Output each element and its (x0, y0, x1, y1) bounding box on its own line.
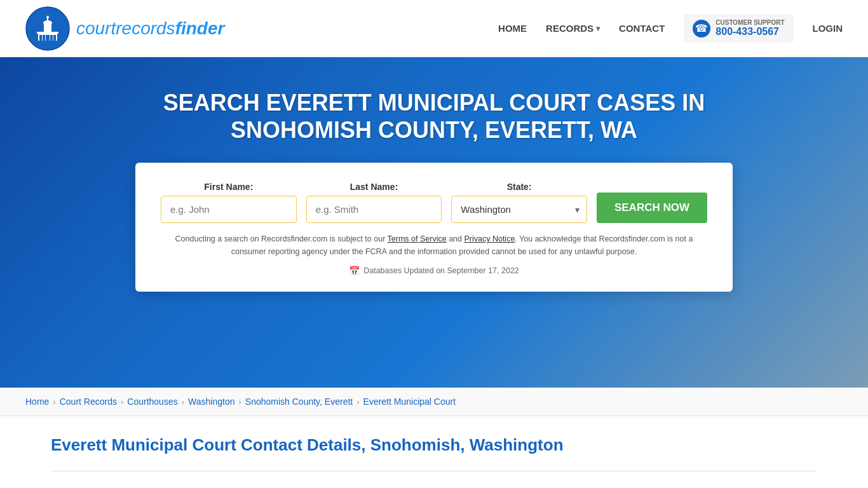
breadcrumb-courthouses[interactable]: Courthouses (127, 396, 177, 407)
state-group: State: AlabamaAlaskaArizonaArkansasCalif… (451, 182, 587, 223)
first-name-group: First Name: (161, 182, 297, 223)
breadcrumb-sep-5: › (356, 397, 359, 407)
support-phone-icon: ☎ (693, 20, 710, 37)
records-chevron-icon: ▾ (596, 24, 600, 33)
state-select-wrapper: AlabamaAlaskaArizonaArkansasCaliforniaCo… (451, 196, 587, 223)
support-number: 800-433-0567 (715, 26, 784, 37)
svg-rect-9 (46, 35, 50, 41)
breadcrumb-sep-4: › (238, 397, 241, 407)
page-heading: Everett Municipal Court Contact Details,… (51, 435, 817, 455)
svg-rect-3 (44, 24, 51, 33)
calendar-icon: 📅 (349, 266, 360, 276)
logo-text: courtrecordsfinder (76, 18, 224, 39)
state-label: State: (451, 182, 587, 192)
svg-rect-7 (39, 35, 42, 41)
breadcrumb-sep-1: › (53, 397, 55, 407)
breadcrumb-current: Everett Municipal Court (363, 396, 456, 407)
detail-section: Court Name: Everett Municipal Court Stat… (51, 471, 817, 488)
court-name-row: Court Name: Everett Municipal Court (51, 483, 817, 488)
last-name-input[interactable] (306, 196, 442, 223)
breadcrumb-court-records[interactable]: Court Records (60, 396, 117, 407)
svg-rect-11 (53, 35, 56, 41)
nav-records[interactable]: RECORDS ▾ (546, 23, 600, 34)
hero-section: SEARCH EVERETT MUNICIPAL COURT CASES IN … (0, 57, 868, 388)
last-name-label: Last Name: (306, 182, 442, 192)
nav-contact[interactable]: CONTACT (619, 23, 665, 34)
hero-title: SEARCH EVERETT MUNICIPAL COURT CASES IN … (148, 89, 720, 144)
main-nav: HOME RECORDS ▾ CONTACT ☎ CUSTOMER SUPPOR… (498, 14, 843, 43)
svg-rect-8 (43, 35, 45, 41)
svg-point-6 (46, 16, 49, 18)
terms-link[interactable]: Terms of Service (388, 234, 447, 243)
breadcrumb-washington[interactable]: Washington (188, 396, 234, 407)
search-button[interactable]: SEARCH NOW (597, 193, 707, 223)
logo-icon (25, 6, 70, 51)
db-updated: 📅 Databases Updated on September 17, 202… (161, 266, 707, 276)
breadcrumb: Home › Court Records › Courthouses › Was… (0, 388, 868, 416)
breadcrumb-sep-2: › (121, 397, 123, 407)
site-header: courtrecordsfinder HOME RECORDS ▾ CONTAC… (0, 0, 868, 57)
first-name-input[interactable] (161, 196, 297, 223)
last-name-group: Last Name: (306, 182, 442, 223)
search-fields: First Name: Last Name: State: AlabamaAla… (161, 182, 707, 223)
search-card: First Name: Last Name: State: AlabamaAla… (135, 163, 733, 292)
logo[interactable]: courtrecordsfinder (25, 6, 224, 51)
disclaimer-text: Conducting a search on Recordsfinder.com… (161, 233, 707, 258)
privacy-link[interactable]: Privacy Notice (464, 234, 515, 243)
breadcrumb-sep-3: › (182, 397, 184, 407)
state-select[interactable]: AlabamaAlaskaArizonaArkansasCaliforniaCo… (451, 196, 587, 223)
nav-home[interactable]: HOME (498, 23, 527, 34)
svg-rect-10 (50, 35, 53, 41)
breadcrumb-snohomish[interactable]: Snohomish County, Everett (245, 396, 353, 407)
nav-login[interactable]: LOGIN (813, 23, 843, 34)
breadcrumb-home[interactable]: Home (25, 396, 49, 407)
main-content: Everett Municipal Court Contact Details,… (0, 416, 868, 488)
support-label: CUSTOMER SUPPORT (715, 19, 784, 26)
support-block[interactable]: ☎ CUSTOMER SUPPORT 800-433-0567 (684, 14, 793, 43)
first-name-label: First Name: (161, 182, 297, 192)
